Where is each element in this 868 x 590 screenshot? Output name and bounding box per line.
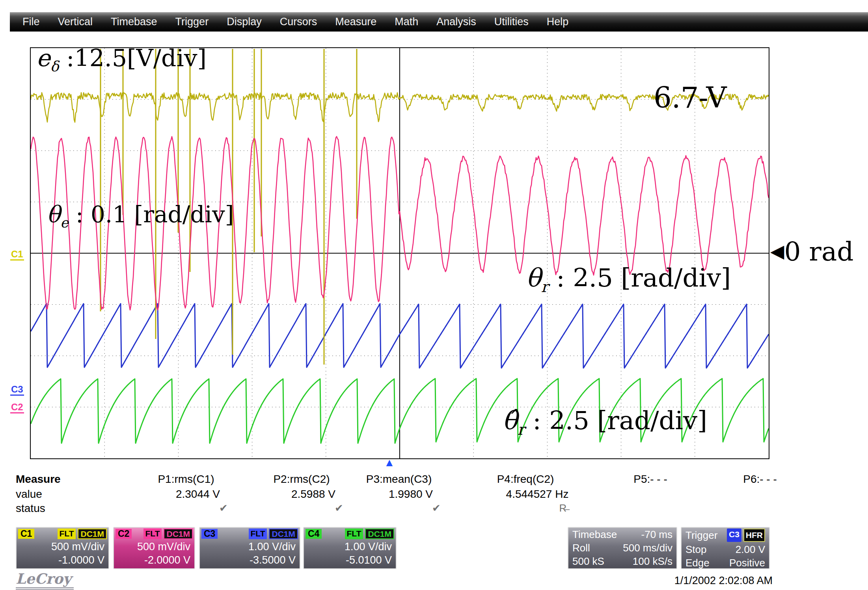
menu-item-vertical[interactable]: Vertical: [58, 16, 93, 28]
channel-offset-c1: -1.0000 V: [17, 553, 108, 567]
measure-label-p3[interactable]: P3:mean(C3): [366, 473, 432, 486]
annotation-6-7-v: 6.7-V: [654, 81, 727, 114]
menu-item-help[interactable]: Help: [547, 16, 569, 28]
timebase-samples: 500 kS: [572, 555, 604, 567]
timebase-offset: -70 ms: [641, 529, 672, 540]
channel-id-badge-c4: C4: [305, 529, 322, 539]
menu-item-cursors[interactable]: Cursors: [280, 16, 317, 28]
coupling-badge-flt-c3: FLT: [249, 529, 267, 539]
channel-scale-c4: 1.00 V/div: [304, 540, 396, 553]
coupling-badge-dc1m-c4: DC1M: [365, 529, 394, 539]
waveform-grid: eδ :12.5[V/div] 6.7-V θe : 0.1 [rad/div]…: [30, 47, 769, 459]
e-symbol: e: [36, 44, 50, 72]
coupling-badge-flt-c1: FLT: [58, 529, 76, 539]
annotation-zero-rad: ◀0 rad: [770, 236, 854, 267]
trigger-level: 2.00 V: [736, 543, 765, 555]
channel-marker-c3[interactable]: C3: [10, 384, 24, 396]
measure-label-p5[interactable]: P5:- - -: [633, 473, 667, 486]
theta-e-subscript: e: [60, 215, 69, 231]
channel-id-badge-c3: C3: [201, 529, 218, 539]
timebase-panel[interactable]: Timebase -70 ms Roll 500 ms/div 500 kS 1…: [568, 527, 677, 569]
channel-offset-c3: -3.5000 V: [200, 553, 300, 567]
theta-e-scale-text: : 0.1 [rad/div]: [69, 201, 234, 228]
e-subscript: δ: [50, 58, 59, 74]
coupling-badge-flt-c2: FLT: [143, 529, 162, 539]
coupling-badge-dc1m-c2: DC1M: [164, 529, 193, 539]
channel-scale-c3: 1.00 V/div: [200, 540, 300, 553]
measure-status-p4: R̶: [559, 502, 567, 514]
coupling-badge-flt-c4: FLT: [345, 529, 363, 539]
measure-label-p4[interactable]: P4:freq(C2): [497, 473, 554, 486]
menu-item-timebase[interactable]: Timebase: [111, 16, 157, 28]
measure-label-p6[interactable]: P6:- - -: [743, 473, 777, 486]
measure-value-p3: 1.9980 V: [389, 488, 433, 501]
trigger-slope: Positive: [729, 557, 765, 569]
menu-bar: FileVerticalTimebaseTriggerDisplayCursor…: [10, 12, 868, 32]
measure-label-p1[interactable]: P1:rms(C1): [158, 473, 214, 486]
measure-value-p4: 4.544527 Hz: [506, 488, 569, 501]
channel-id-badge-c1: C1: [18, 529, 34, 539]
menu-item-measure[interactable]: Measure: [335, 16, 376, 28]
trigger-type: Edge: [685, 557, 710, 569]
channel-offset-c4: -5.0100 V: [304, 553, 396, 567]
trigger-title: Trigger: [685, 529, 717, 541]
measure-status-row-label: status: [16, 502, 45, 515]
measure-status-p2: ✔: [335, 502, 343, 514]
channel-panel-c1[interactable]: C1FLTDC1M500 mV/div-1.0000 V: [16, 527, 109, 569]
menu-item-file[interactable]: File: [22, 16, 40, 28]
annotation-theta-e: θe : 0.1 [rad/div]: [47, 201, 234, 231]
channel-offset-c2: -2.0000 V: [114, 553, 194, 567]
annotation-theta-r: θr : 2.5 [rad/div]: [526, 263, 731, 296]
timebase-scale: 500 ms/div: [623, 542, 672, 554]
measure-status-p1: ✔: [219, 502, 228, 514]
trigger-position-marker[interactable]: ▲: [384, 456, 395, 469]
channel-panel-c4[interactable]: C4FLTDC1M1.00 V/div-5.0100 V: [303, 527, 397, 569]
trigger-state: Stop: [685, 543, 707, 555]
channel-scale-c1: 500 mV/div: [17, 540, 108, 553]
theta-r-hat-symbol: θ̂: [502, 406, 518, 435]
menu-item-utilities[interactable]: Utilities: [494, 16, 529, 28]
coupling-badge-dc1m-c1: DC1M: [78, 529, 107, 539]
trigger-panel[interactable]: Trigger C3 HFR Stop 2.00 V Edge Positive: [681, 527, 770, 569]
measure-value-p2: 2.5988 V: [291, 488, 335, 501]
channel-id-badge-c2: C2: [115, 529, 132, 539]
theta-e-symbol: θ: [47, 201, 60, 228]
theta-r-scale-text: : 2.5 [rad/div]: [548, 263, 731, 292]
theta-r-symbol: θ: [526, 263, 541, 292]
datetime-display: 1/1/2002 2:02:08 AM: [646, 575, 773, 587]
channel-scale-c2: 500 mV/div: [114, 540, 194, 553]
theta-r-hat-scale-text: : 2.5 [rad/div]: [525, 406, 707, 435]
left-triangle-icon: ◀: [770, 240, 784, 262]
measure-status-p3: ✔: [432, 502, 441, 514]
channel-panel-c2[interactable]: C2FLTDC1M500 mV/div-2.0000 V: [113, 527, 195, 569]
channel-panel-c3[interactable]: C3FLTDC1M1.00 V/div-3.5000 V: [199, 527, 300, 569]
annotation-e-delta: eδ :12.5[V/div]: [36, 44, 207, 74]
theta-r-subscript: r: [541, 278, 548, 296]
menu-item-trigger[interactable]: Trigger: [175, 16, 209, 28]
coupling-badge-dc1m-c3: DC1M: [269, 529, 298, 539]
timebase-title: Timebase: [572, 529, 617, 540]
menu-item-math[interactable]: Math: [395, 16, 418, 28]
e-scale-text: :12.5[V/div]: [59, 44, 207, 72]
measure-label-p2[interactable]: P2:rms(C2): [273, 473, 330, 486]
channel-marker-c2[interactable]: C2: [10, 402, 24, 413]
measure-value-p1: 2.3044 V: [176, 488, 220, 501]
menu-item-display[interactable]: Display: [227, 16, 262, 28]
channel-marker-c1[interactable]: C1: [10, 249, 24, 261]
menu-item-analysis[interactable]: Analysis: [436, 16, 476, 28]
measure-section-label: Measure: [16, 473, 61, 486]
trigger-source-badge: C3: [727, 529, 741, 542]
lecroy-logo: LeCroy: [16, 571, 74, 590]
timebase-mode: Roll: [572, 542, 590, 554]
timebase-rate: 100 kS/s: [633, 555, 672, 567]
trigger-hfr-badge: HFR: [743, 529, 765, 542]
annotation-theta-r-hat: θ̂r : 2.5 [rad/div]: [502, 406, 707, 438]
theta-r-hat-subscript: r: [518, 421, 525, 438]
measure-value-row-label: value: [16, 488, 42, 501]
measure-section: Measure value status P1:rms(C1)2.3044 V✔…: [0, 469, 868, 526]
